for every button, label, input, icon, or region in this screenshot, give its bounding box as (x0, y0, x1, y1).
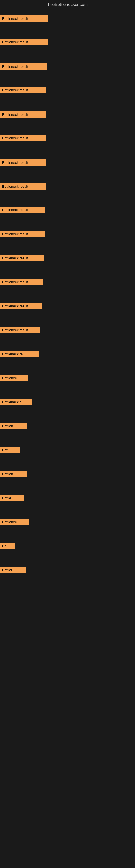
bottleneck-result-item[interactable]: Bottlen (0, 423, 27, 429)
bottleneck-result-item[interactable]: Bottle (0, 495, 24, 501)
bottleneck-result-item[interactable]: Bottleneck result (0, 135, 46, 141)
bottleneck-result-item[interactable]: Bottleneck result (0, 327, 41, 333)
bottleneck-result-item[interactable]: Bottleneck result (0, 159, 46, 166)
bottleneck-result-item[interactable]: Bottleneck result (0, 279, 43, 285)
bottleneck-result-item[interactable]: Bottleneck result (0, 255, 44, 261)
bottleneck-result-item[interactable]: Bottlenec (0, 519, 29, 525)
bottleneck-result-item[interactable]: Bottlen (0, 471, 27, 477)
bottleneck-result-item[interactable]: Bottleneck re (0, 351, 39, 357)
bottleneck-result-item[interactable]: Bottleneck result (0, 207, 45, 213)
bottleneck-result-item[interactable]: Bott (0, 447, 20, 453)
bottleneck-result-item[interactable]: Bottleneck result (0, 231, 45, 237)
bottleneck-result-item[interactable]: Bottleneck result (0, 303, 42, 309)
bottleneck-result-item[interactable]: Bottleneck result (0, 87, 46, 93)
bottleneck-result-item[interactable]: Bottler (0, 567, 26, 573)
bottleneck-result-item[interactable]: Bottleneck result (0, 39, 48, 45)
bottleneck-result-item[interactable]: Bottlenec (0, 375, 28, 381)
bottleneck-result-item[interactable]: Bottleneck result (0, 112, 46, 118)
site-title: TheBottlenecker.com (0, 0, 135, 9)
bottleneck-result-item[interactable]: Bottleneck r (0, 399, 32, 405)
bottleneck-result-item[interactable]: Bottleneck result (0, 183, 46, 190)
bottleneck-result-item[interactable]: Bo (0, 543, 15, 549)
bottleneck-result-item[interactable]: Bottleneck result (0, 16, 48, 22)
bottleneck-result-item[interactable]: Bottleneck result (0, 63, 47, 70)
